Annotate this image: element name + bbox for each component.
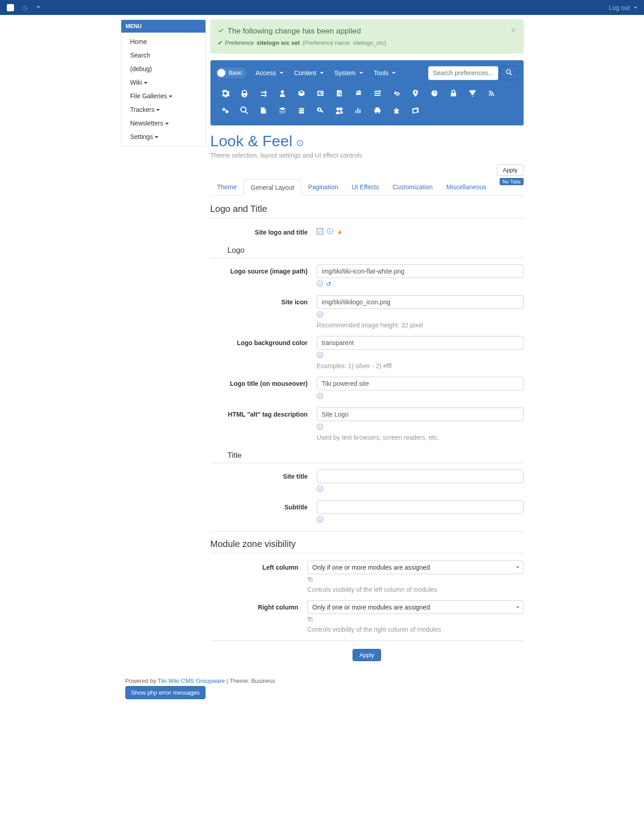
nav-link-access[interactable]: Access bbox=[250, 66, 289, 80]
translate-icon[interactable] bbox=[368, 85, 387, 102]
tab-theme[interactable]: Theme bbox=[210, 179, 244, 195]
users-gear-icon[interactable] bbox=[349, 85, 368, 102]
tiki-link[interactable]: Tiki Wiki CMS Groupware bbox=[158, 677, 225, 684]
tag-icon[interactable] bbox=[387, 85, 406, 102]
login-icon[interactable] bbox=[254, 85, 273, 102]
label-alt: HTML "alt" tag description bbox=[210, 408, 317, 441]
menu-item-file-galleries[interactable]: File Galleries bbox=[121, 89, 205, 103]
search-input[interactable] bbox=[428, 66, 498, 80]
info-icon[interactable]: ⓘ bbox=[317, 311, 323, 319]
tab-ui-effects[interactable]: UI Effects bbox=[345, 179, 386, 195]
help-left-column: Controls visibility of the left column o… bbox=[307, 586, 523, 593]
info-icon[interactable]: ⓘ bbox=[317, 423, 323, 431]
menu-item-wiki[interactable]: Wiki bbox=[121, 76, 205, 89]
logout-label: Log out bbox=[609, 4, 630, 11]
select-right-column[interactable]: Only if one or more modules are assigned bbox=[307, 600, 523, 614]
edit-icon[interactable] bbox=[330, 85, 349, 102]
basic-label: Basic bbox=[229, 70, 242, 76]
group-icon[interactable] bbox=[330, 102, 349, 119]
document-icon[interactable] bbox=[254, 102, 273, 119]
info-icon[interactable]: ⓘ bbox=[317, 485, 323, 493]
section-heading-logo-title: Logo and Title bbox=[210, 204, 524, 214]
undo-icon[interactable]: ↺ bbox=[326, 280, 331, 288]
link-icon[interactable] bbox=[216, 102, 235, 119]
tiki-brand-icon[interactable] bbox=[7, 4, 14, 11]
input-subtitle[interactable] bbox=[317, 500, 524, 514]
php-error-button[interactable]: Show php error messages bbox=[125, 686, 206, 699]
rss-icon[interactable] bbox=[482, 85, 501, 102]
info-icon[interactable]: ⓘ bbox=[317, 351, 323, 360]
basic-toggle[interactable]: Basic bbox=[216, 67, 247, 78]
help-icon[interactable]: ?⃝ bbox=[307, 616, 313, 623]
dashboard-icon[interactable] bbox=[425, 85, 444, 102]
print-icon[interactable] bbox=[368, 102, 387, 119]
logout-link[interactable]: Log out bbox=[609, 4, 637, 11]
menu-item-search[interactable]: Search bbox=[121, 48, 205, 62]
info-icon[interactable]: ⓘ bbox=[317, 280, 323, 288]
no-tabs-button[interactable]: No Tabs bbox=[500, 178, 523, 185]
image-icon[interactable] bbox=[311, 85, 330, 102]
gear-icon[interactable] bbox=[216, 85, 235, 102]
menu-item-trackers[interactable]: Trackers bbox=[121, 103, 205, 116]
footer-theme: | Theme: Business bbox=[225, 677, 275, 684]
caret-icon bbox=[169, 96, 172, 97]
menu-item--debug-[interactable]: (debug) bbox=[121, 62, 205, 76]
caret-icon bbox=[320, 72, 324, 74]
pin-icon[interactable] bbox=[406, 85, 425, 102]
menu-item-home[interactable]: Home bbox=[121, 35, 205, 48]
input-alt[interactable] bbox=[317, 408, 524, 421]
input-logo-source[interactable] bbox=[317, 264, 524, 278]
input-logo-bg[interactable] bbox=[317, 336, 524, 350]
input-site-title[interactable] bbox=[317, 470, 524, 483]
help-right-column: Controls visibility of the right column … bbox=[307, 626, 523, 633]
info-icon[interactable]: ⓘ bbox=[317, 392, 323, 400]
megaphone-icon[interactable] bbox=[406, 102, 425, 119]
page-subtitle: Theme selection, layout settings and UI … bbox=[210, 152, 524, 159]
tab-pagination[interactable]: Pagination bbox=[301, 179, 345, 195]
alert-success: × The following change has been applied … bbox=[210, 19, 524, 53]
menu-item-newsletters[interactable]: Newsletters bbox=[121, 116, 205, 130]
clock-icon[interactable]: ◷ bbox=[22, 4, 28, 11]
comment-icon[interactable] bbox=[463, 85, 482, 102]
help-icon[interactable]: ? bbox=[297, 140, 303, 148]
section-heading-module-zone: Module zone visibility bbox=[210, 539, 524, 549]
apply-button-top[interactable]: Apply bbox=[497, 164, 524, 176]
help-icon[interactable]: ?⃝ bbox=[307, 576, 313, 583]
chart-icon[interactable] bbox=[349, 102, 368, 119]
package-icon[interactable] bbox=[292, 85, 311, 102]
zoom-icon[interactable] bbox=[311, 102, 330, 119]
input-site-icon[interactable] bbox=[317, 295, 524, 309]
input-logo-title[interactable] bbox=[317, 377, 524, 390]
tab-miscellaneous[interactable]: Miscellaneous bbox=[439, 179, 493, 195]
search-icon[interactable] bbox=[235, 102, 254, 119]
tab-general-layout[interactable]: General Layout bbox=[243, 179, 301, 196]
nav-link-system[interactable]: System bbox=[329, 66, 368, 80]
footer-powered: Powered by bbox=[125, 677, 158, 684]
label-site-icon: Site icon bbox=[210, 295, 317, 329]
apply-button-bottom[interactable]: Apply bbox=[353, 649, 381, 661]
select-left-column[interactable]: Only if one or more modules are assigned bbox=[307, 561, 523, 574]
folder-icon[interactable] bbox=[273, 102, 292, 119]
info-icon[interactable]: ⓘ bbox=[327, 227, 333, 235]
warning-icon[interactable]: ▲ bbox=[337, 228, 343, 235]
search-button[interactable] bbox=[500, 66, 518, 80]
caret-icon bbox=[392, 72, 396, 74]
alert-pref-bold: sitelogo src set bbox=[257, 39, 300, 46]
label-site-title: Site title bbox=[210, 470, 317, 493]
label-left-column: Left column bbox=[210, 561, 308, 593]
checkbox-site-logo-title[interactable]: ✓ bbox=[317, 228, 323, 235]
caret-icon bbox=[155, 136, 158, 138]
close-icon[interactable]: × bbox=[511, 25, 516, 36]
help-site-icon: Recommended image height: 32 pixel bbox=[317, 322, 524, 329]
menu-item-settings[interactable]: Settings bbox=[121, 130, 205, 144]
user-icon[interactable] bbox=[273, 85, 292, 102]
tab-customization[interactable]: Customization bbox=[386, 179, 439, 195]
database-icon[interactable] bbox=[292, 102, 311, 119]
chevron-down-icon[interactable] bbox=[36, 4, 41, 11]
nav-link-content[interactable]: Content bbox=[289, 66, 329, 80]
gift-icon[interactable] bbox=[387, 102, 406, 119]
info-icon[interactable]: ⓘ bbox=[317, 516, 323, 524]
lock-icon[interactable] bbox=[444, 85, 463, 102]
power-icon[interactable] bbox=[235, 85, 254, 102]
nav-link-tools[interactable]: Tools bbox=[368, 66, 401, 80]
